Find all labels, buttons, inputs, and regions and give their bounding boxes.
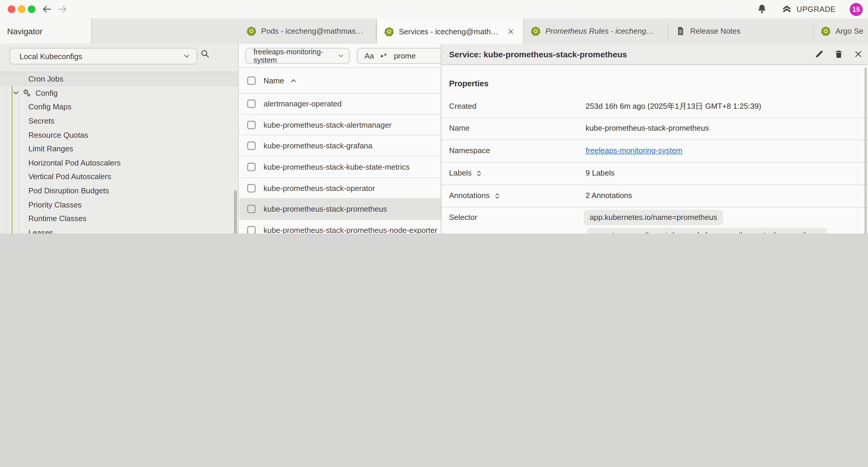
minimize-window-button[interactable]: [18, 5, 25, 13]
tree-item[interactable]: Horizontal Pod Autoscalers: [0, 156, 239, 170]
sidebar-scrollbar[interactable]: [234, 191, 237, 233]
drawer-title: Service: kube-prometheus-stack-prometheu…: [449, 49, 627, 59]
tab-bar: Navigator Pods - icecheng@mathmas… Servi…: [0, 18, 868, 44]
annotations-value: 2 Annotations: [586, 190, 632, 202]
created-value: 253d 16h 6m ago (2025年1月13日 GMT+8 1:25:3…: [586, 100, 761, 112]
regex-toggle[interactable]: ▪*: [380, 52, 387, 60]
selector-chip: app.kubernetes.io/name=prometheus: [584, 210, 723, 225]
tree-item[interactable]: Leases: [0, 226, 239, 233]
annotations-label: Annotations: [449, 190, 501, 202]
search-query-text: prome: [394, 52, 416, 60]
upgrade-button[interactable]: UPGRADE: [797, 5, 836, 13]
drawer-header: Service: kube-prometheus-stack-prometheu…: [441, 44, 868, 65]
kubernetes-icon: [384, 26, 394, 36]
service-row[interactable]: kube-prometheus-stack-prometheus: [239, 199, 441, 220]
select-all-checkbox[interactable]: [247, 76, 256, 85]
service-name: kube-prometheus-stack-prometheus-node-ex…: [264, 226, 437, 233]
service-row[interactable]: kube-prometheus-stack-grafana: [239, 136, 441, 157]
service-row[interactable]: kube-prometheus-stack-operator: [239, 178, 441, 199]
tree-item[interactable]: Cron Jobs: [0, 72, 239, 86]
name-column-header[interactable]: Name: [264, 76, 284, 85]
name-value: kube-prometheus-stack-prometheus: [586, 122, 709, 134]
row-checkbox[interactable]: [247, 163, 256, 171]
created-label: Created: [449, 100, 476, 112]
edit-pencil-icon[interactable]: [814, 49, 824, 59]
row-checkbox[interactable]: [247, 99, 256, 108]
service-row[interactable]: kube-prometheus-stack-alertmanager: [239, 114, 441, 135]
selector-chip: operator.prometheus.io/name=kube-prometh…: [587, 228, 827, 233]
tree-item[interactable]: Config: [0, 86, 239, 100]
tab-navigator[interactable]: Navigator: [0, 18, 92, 44]
row-checkbox[interactable]: [247, 205, 256, 214]
kubeconfig-selector[interactable]: Local Kubeconfigs: [9, 48, 197, 64]
tree-item[interactable]: Config Maps: [0, 100, 239, 114]
tree-item[interactable]: Resource Quotas: [0, 128, 239, 142]
pods-tab-label: Pods - icecheng@mathmas…: [261, 27, 363, 35]
services-tab-label: Services - icecheng@math…: [399, 27, 498, 36]
tree-item-label: Resource Quotas: [28, 130, 88, 139]
tree-item-label: Leases: [28, 228, 53, 233]
tree-item[interactable]: Limit Ranges: [0, 142, 239, 156]
list-search-input[interactable]: Aa ▪* prome: [357, 48, 441, 64]
sidebar-search-icon[interactable]: [200, 49, 210, 59]
tree-item-label: Vertical Pod Autoscalers: [28, 172, 111, 181]
delete-trash-icon[interactable]: [834, 49, 844, 59]
tree-chevron-icon[interactable]: [12, 89, 20, 97]
row-checkbox[interactable]: [247, 120, 256, 129]
notifications-bell-icon[interactable]: [756, 4, 768, 15]
tree-item-label: Runtime Classes: [28, 214, 87, 223]
service-row[interactable]: kube-prometheus-stack-prometheus-node-ex…: [239, 220, 441, 233]
tab-release-notes[interactable]: Release Notes: [668, 18, 814, 44]
chevron-down-icon: [338, 52, 344, 60]
tree-item[interactable]: Secrets: [0, 114, 239, 128]
expand-annotations-icon[interactable]: [493, 192, 501, 200]
notification-count-badge[interactable]: 15: [850, 3, 863, 16]
tree-item-label: Pod Disruption Budgets: [28, 186, 109, 195]
close-window-button[interactable]: [8, 5, 16, 13]
window-titlebar: UPGRADE 15: [0, 0, 868, 19]
close-drawer-icon[interactable]: [853, 49, 863, 59]
tree-item[interactable]: Priority Classes: [0, 198, 239, 212]
close-tab-icon[interactable]: [507, 28, 514, 35]
release-notes-tab-label: Release Notes: [690, 27, 741, 35]
upgrade-icon[interactable]: [781, 4, 793, 15]
service-row[interactable]: kube-prometheus-stack-kube-state-metrics: [239, 157, 441, 178]
tab-argo[interactable]: Argo Se: [814, 18, 868, 44]
tree-item-icon: [22, 88, 31, 98]
namespace-link[interactable]: freeleaps-monitoring-system: [586, 145, 682, 157]
forward-icon[interactable]: [57, 4, 68, 15]
tab-services[interactable]: Services - icecheng@math…: [376, 18, 524, 44]
navigator-sidebar: Local Kubeconfigs Cron Jobs Config: [0, 44, 239, 233]
row-checkbox[interactable]: [247, 141, 256, 150]
service-name: kube-prometheus-stack-kube-state-metrics: [264, 163, 409, 171]
service-detail-drawer: Service: kube-prometheus-stack-prometheu…: [441, 44, 868, 233]
tree-item[interactable]: Vertical Pod Autoscalers: [0, 170, 239, 183]
labels-label: Labels: [449, 167, 483, 179]
properties-section-header: Properties: [449, 78, 489, 90]
match-case-toggle[interactable]: Aa: [365, 52, 374, 60]
service-name: kube-prometheus-stack-operator: [264, 183, 375, 193]
kubernetes-icon: [246, 26, 256, 36]
service-name: kube-prometheus-stack-prometheus: [264, 205, 387, 214]
row-checkbox[interactable]: [247, 183, 256, 193]
tree-item-label: Horizontal Pod Autoscalers: [28, 158, 121, 167]
namespace-filter-dropdown[interactable]: freeleaps-monitoring-system: [245, 48, 350, 64]
tree-item[interactable]: Runtime Classes: [0, 212, 239, 226]
document-icon: [675, 26, 685, 36]
tree-item-label: Cron Jobs: [28, 75, 64, 84]
tab-prometheus-rules[interactable]: Prometheus Rules - icecheng…: [524, 18, 668, 44]
sort-ascending-icon[interactable]: [289, 77, 297, 84]
zoom-window-button[interactable]: [28, 5, 35, 13]
drawer-scrollbar[interactable]: [864, 67, 867, 233]
tree-item-label: Secrets: [28, 116, 54, 125]
service-row[interactable]: alertmanager-operated: [239, 93, 441, 114]
selector-label: Selector: [449, 212, 477, 224]
tree-item[interactable]: Pod Disruption Budgets: [0, 184, 239, 198]
tree-item-label: Limit Ranges: [28, 145, 73, 153]
row-checkbox[interactable]: [247, 226, 256, 233]
back-icon[interactable]: [41, 4, 53, 15]
tab-pods[interactable]: Pods - icecheng@mathmas…: [239, 18, 376, 44]
expand-labels-icon[interactable]: [475, 169, 483, 177]
labels-value: 9 Labels: [586, 167, 615, 179]
kubernetes-icon: [531, 26, 541, 36]
